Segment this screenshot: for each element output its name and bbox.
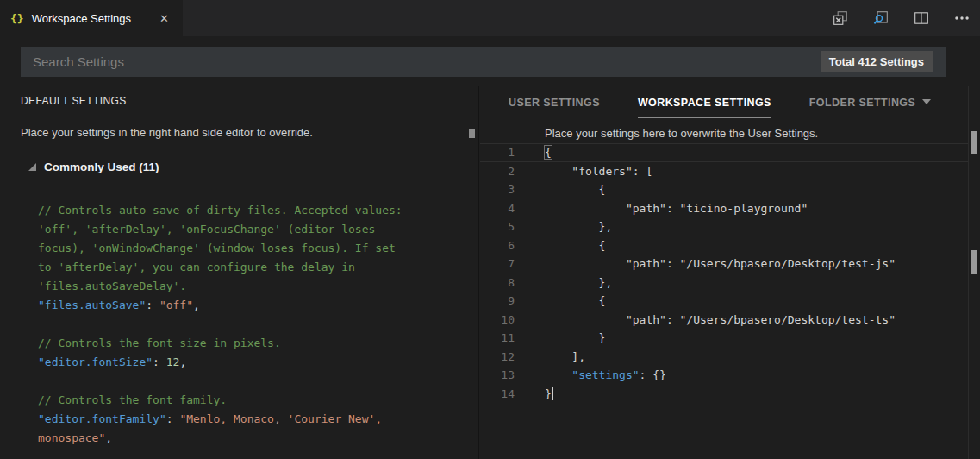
close-editors-icon[interactable] <box>829 7 852 29</box>
more-actions-icon[interactable] <box>951 7 973 29</box>
code-line <box>38 315 468 334</box>
code-line: 10 "path": "/Users/bpasero/Desktop/test-… <box>480 311 968 330</box>
text-cursor <box>552 387 553 400</box>
code-line: // Controls the font family. <box>38 391 468 410</box>
code-text: "settings": {} <box>515 366 666 385</box>
tab-label: USER SETTINGS <box>509 97 600 109</box>
code-text: } <box>515 329 605 348</box>
code-line: 12 ], <box>480 348 968 367</box>
code-text: { <box>515 143 552 162</box>
code-text: 'off', 'afterDelay', 'onFocusChange' (ed… <box>38 220 375 239</box>
line-number: 8 <box>480 274 515 292</box>
code-text: focus), 'onWindowChange' (window loses f… <box>38 239 396 258</box>
code-line: monospace", <box>38 429 468 448</box>
code-line: 'files.autoSaveDelay'. <box>38 277 468 296</box>
editor-toolbar <box>829 0 973 36</box>
default-settings-header: DEFAULT SETTINGS <box>21 95 127 107</box>
close-tab-icon[interactable]: ✕ <box>156 10 172 27</box>
code-text: { <box>515 180 605 199</box>
code-line: focus), 'onWindowChange' (window loses f… <box>38 239 468 258</box>
default-settings-description: Place your settings in the right hand si… <box>21 126 313 139</box>
code-line: 6 { <box>480 236 968 255</box>
code-text: } <box>515 385 553 404</box>
code-text: "editor.fontFamily": "Menlo, Monaco, 'Co… <box>38 410 382 429</box>
json-file-icon: {} <box>10 12 24 25</box>
settings-scope-tabs: USER SETTINGSWORKSPACE SETTINGSFOLDER SE… <box>509 97 931 118</box>
code-line: to 'afterDelay', you can configure the d… <box>38 258 468 277</box>
open-search-icon[interactable] <box>870 7 892 29</box>
code-text: }, <box>515 217 612 236</box>
search-input[interactable] <box>21 47 946 77</box>
overview-ruler-marker <box>469 129 475 138</box>
code-text: { <box>515 292 605 311</box>
split-editor-icon[interactable] <box>910 7 933 29</box>
line-number: 9 <box>480 292 515 311</box>
code-line: 9 { <box>480 292 968 311</box>
workspace-settings-description: Place your settings here to overwrite th… <box>545 127 818 140</box>
code-line: 13 "settings": {} <box>480 366 968 385</box>
code-text: "path": "/Users/bpasero/Desktop/test-ts" <box>515 311 896 330</box>
code-text: }, <box>515 274 612 292</box>
collapse-twistie-icon <box>28 163 36 171</box>
code-line: // Controls the font size in pixels. <box>38 334 468 353</box>
tab-workspace-settings[interactable]: WORKSPACE SETTINGS <box>638 97 771 118</box>
code-text: "path": "ticino-playground" <box>515 199 808 218</box>
tab-title: Workspace Settings <box>32 12 131 25</box>
overview-ruler <box>968 86 980 459</box>
code-line: 11 } <box>480 329 968 348</box>
code-line: 8 }, <box>480 274 968 292</box>
code-text: "folders": [ <box>515 162 652 181</box>
default-settings-pane: DEFAULT SETTINGS Place your settings in … <box>0 86 479 459</box>
line-number: 10 <box>480 311 515 330</box>
code-line: "editor.fontFamily": "Menlo, Monaco, 'Co… <box>38 410 468 429</box>
code-line: 2 "folders": [ <box>480 162 968 181</box>
section-commonly-used[interactable]: Commonly Used (11) <box>28 160 159 173</box>
settings-count-badge: Total 412 Settings <box>821 51 933 72</box>
workspace-settings-code[interactable]: 1{2 "folders": [3 {4 "path": "ticino-pla… <box>480 143 968 403</box>
code-line: 'off', 'afterDelay', 'onFocusChange' (ed… <box>38 220 468 239</box>
code-text: to 'afterDelay', you can configure the d… <box>38 258 355 277</box>
code-text: // Controls the font size in pixels. <box>38 334 281 353</box>
code-text: monospace", <box>38 429 112 448</box>
section-label: Commonly Used (11) <box>44 160 159 173</box>
tab-label: FOLDER SETTINGS <box>809 97 915 109</box>
overview-ruler-marker <box>971 250 977 274</box>
line-number: 2 <box>480 162 515 181</box>
line-number: 14 <box>480 385 515 404</box>
tab-workspace-settings[interactable]: {} Workspace Settings ✕ <box>0 0 183 36</box>
line-number: 7 <box>480 255 515 274</box>
overview-ruler-marker <box>971 131 977 154</box>
code-line: 1{ <box>480 143 968 162</box>
tab-user-settings[interactable]: USER SETTINGS <box>509 97 600 118</box>
line-number: 13 <box>480 366 515 385</box>
code-text: "path": "/Users/bpasero/Desktop/test-js" <box>515 255 896 274</box>
chevron-down-icon[interactable] <box>922 99 931 104</box>
code-text: // Controls the font family. <box>38 391 227 410</box>
code-line: "files.autoSave": "off", <box>38 296 468 315</box>
line-number: 5 <box>480 217 515 236</box>
default-settings-code: // Controls auto save of dirty files. Ac… <box>38 201 468 448</box>
code-line: 3 { <box>480 180 968 199</box>
code-text: 'files.autoSaveDelay'. <box>38 277 186 296</box>
code-line: 7 "path": "/Users/bpasero/Desktop/test-j… <box>480 255 968 274</box>
code-text: { <box>515 236 605 255</box>
code-line: 4 "path": "ticino-playground" <box>480 199 968 218</box>
workspace-settings-pane: USER SETTINGSWORKSPACE SETTINGSFOLDER SE… <box>480 86 980 459</box>
line-number: 6 <box>480 236 515 255</box>
code-text: "files.autoSave": "off", <box>38 296 200 315</box>
line-number: 3 <box>480 180 515 199</box>
code-text: ], <box>515 348 585 367</box>
code-line: 14} <box>480 385 968 404</box>
line-number: 4 <box>480 199 515 218</box>
tab-folder-settings[interactable]: FOLDER SETTINGS <box>809 97 931 118</box>
code-text: // Controls auto save of dirty files. Ac… <box>38 201 403 220</box>
line-number: 1 <box>480 143 515 162</box>
code-line: // Controls auto save of dirty files. Ac… <box>38 201 468 220</box>
code-line: 5 }, <box>480 217 968 236</box>
line-number: 12 <box>480 348 515 367</box>
code-text: "editor.fontSize": 12, <box>38 353 186 372</box>
tab-label: WORKSPACE SETTINGS <box>638 97 771 109</box>
line-number: 11 <box>480 329 515 348</box>
code-line <box>38 372 468 391</box>
code-line: "editor.fontSize": 12, <box>38 353 468 372</box>
